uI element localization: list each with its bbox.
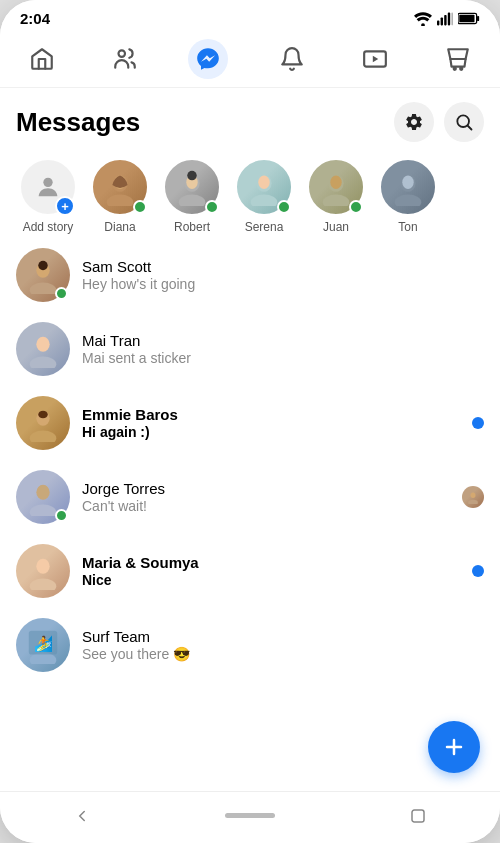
- nav-bell[interactable]: [272, 39, 312, 79]
- svg-point-40: [38, 411, 48, 419]
- svg-rect-8: [459, 15, 474, 23]
- conversation-jorge[interactable]: Jorge Torres Can't wait!: [0, 460, 500, 534]
- conv-name-jorge: Jorge Torres: [82, 480, 454, 497]
- conv-online-jorge: [55, 509, 68, 522]
- conv-avatar-maria: [16, 544, 70, 598]
- svg-rect-2: [441, 17, 443, 25]
- svg-point-21: [179, 195, 206, 206]
- conv-name-maria: Maria & Soumya: [82, 554, 464, 571]
- compose-icon: [442, 735, 466, 759]
- back-icon: [73, 807, 91, 825]
- add-story-icon: +: [55, 196, 75, 216]
- svg-point-38: [30, 431, 57, 442]
- messages-header: Messages: [0, 88, 500, 150]
- conversation-maria[interactable]: Maria & Soumya Nice: [0, 534, 500, 608]
- stories-row: + Add story Diana Robert: [0, 150, 500, 238]
- svg-point-37: [36, 337, 49, 352]
- unread-dot-emmie: [472, 417, 484, 429]
- nav-people[interactable]: [105, 39, 145, 79]
- svg-text:🏄: 🏄: [34, 634, 53, 653]
- svg-line-15: [468, 126, 472, 130]
- bottom-recents-button[interactable]: [396, 798, 440, 834]
- svg-rect-4: [448, 12, 450, 25]
- svg-rect-1: [437, 20, 439, 25]
- nav-messenger[interactable]: [188, 39, 228, 79]
- nav-store[interactable]: [438, 39, 478, 79]
- signal-icon: [437, 12, 453, 26]
- story-serena[interactable]: Serena: [228, 158, 300, 234]
- story-online-robert: [205, 200, 219, 214]
- wifi-icon: [414, 12, 432, 26]
- svg-point-36: [30, 357, 57, 368]
- story-diana[interactable]: Diana: [84, 158, 156, 234]
- new-message-fab[interactable]: [428, 721, 480, 773]
- svg-point-44: [471, 492, 476, 498]
- svg-point-28: [323, 195, 350, 206]
- phone-frame: 2:04: [0, 0, 500, 843]
- conversation-emmie[interactable]: Emmie Baros Hi again :): [0, 386, 500, 460]
- conv-indicator-jorge: [462, 486, 484, 508]
- svg-point-46: [36, 559, 49, 574]
- svg-point-18: [107, 195, 134, 206]
- search-icon: [454, 112, 474, 132]
- conv-name-sam: Sam Scott: [82, 258, 484, 275]
- conversation-surf[interactable]: 🏄 Surf Team See you there 😎: [0, 608, 500, 682]
- conv-avatar-mai: [16, 322, 70, 376]
- story-robert[interactable]: Robert: [156, 158, 228, 234]
- svg-point-26: [258, 176, 269, 189]
- svg-point-16: [43, 178, 52, 187]
- nav-watch[interactable]: [355, 39, 395, 79]
- conv-indicator-emmie: [472, 417, 484, 429]
- bottom-home-indicator[interactable]: [225, 813, 275, 818]
- svg-point-45: [30, 579, 57, 590]
- svg-point-31: [395, 195, 422, 206]
- conv-info-sam: Sam Scott Hey how's it going: [82, 258, 484, 292]
- story-add[interactable]: + Add story: [12, 158, 84, 234]
- svg-point-29: [330, 176, 341, 189]
- read-receipt-jorge: [462, 486, 484, 508]
- conv-avatar-surf: 🏄: [16, 618, 70, 672]
- story-label-juan: Juan: [323, 220, 349, 234]
- conv-avatar-emmie: [16, 396, 70, 450]
- battery-icon: [458, 12, 480, 25]
- svg-point-12: [454, 68, 456, 70]
- svg-rect-3: [444, 15, 446, 25]
- svg-marker-11: [373, 56, 378, 63]
- story-ton[interactable]: Ton: [372, 158, 444, 234]
- conversation-sam[interactable]: Sam Scott Hey how's it going: [0, 238, 500, 312]
- status-time: 2:04: [20, 10, 50, 27]
- story-online-serena: [277, 200, 291, 214]
- story-label-serena: Serena: [245, 220, 284, 234]
- svg-point-33: [30, 283, 57, 294]
- nav-home[interactable]: [22, 39, 62, 79]
- search-button[interactable]: [444, 102, 484, 142]
- conv-preview-sam: Hey how's it going: [82, 276, 484, 292]
- svg-point-25: [251, 195, 278, 206]
- bottom-back-button[interactable]: [60, 798, 104, 834]
- svg-point-42: [36, 485, 49, 500]
- top-nav: [0, 31, 500, 88]
- conv-name-emmie: Emmie Baros: [82, 406, 464, 423]
- story-label-ton: Ton: [398, 220, 417, 234]
- svg-point-23: [187, 171, 197, 181]
- svg-rect-52: [412, 810, 424, 822]
- bottom-nav: [0, 791, 500, 843]
- status-bar: 2:04: [0, 0, 500, 31]
- settings-button[interactable]: [394, 102, 434, 142]
- conv-indicator-maria: [472, 565, 484, 577]
- story-juan[interactable]: Juan: [300, 158, 372, 234]
- conv-online-sam: [55, 287, 68, 300]
- recents-icon: [409, 807, 427, 825]
- story-label-diana: Diana: [104, 220, 135, 234]
- svg-point-0: [421, 23, 425, 26]
- page-title: Messages: [16, 107, 140, 138]
- unread-dot-maria: [472, 565, 484, 577]
- status-icons: [414, 12, 480, 26]
- conversations-list: Sam Scott Hey how's it going Mai Tran Ma…: [0, 238, 500, 791]
- conv-info-mai: Mai Tran Mai sent a sticker: [82, 332, 484, 366]
- conversation-mai[interactable]: Mai Tran Mai sent a sticker: [0, 312, 500, 386]
- story-online-juan: [349, 200, 363, 214]
- story-avatar-ton: [379, 158, 437, 216]
- conv-preview-mai: Mai sent a sticker: [82, 350, 484, 366]
- svg-point-32: [402, 176, 413, 189]
